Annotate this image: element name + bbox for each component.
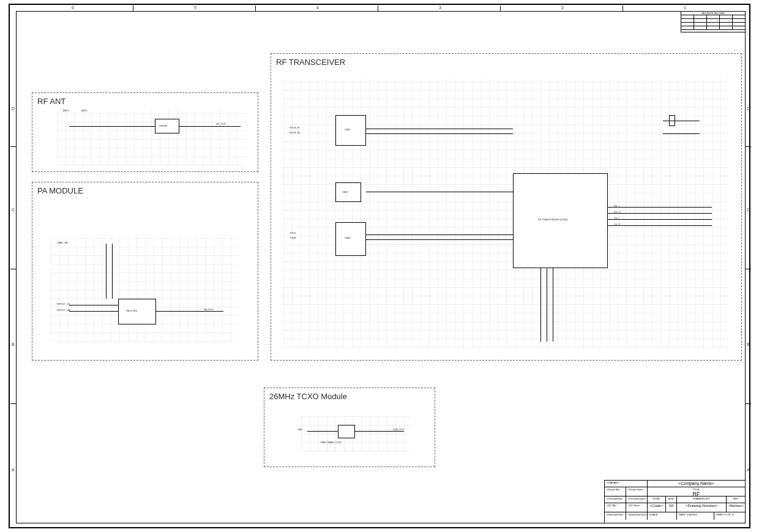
ic-sub3: U603 (335, 222, 366, 256)
zone-col: 4 (316, 6, 319, 10)
revision-record-table: REVISION RECORD (681, 12, 745, 32)
zone-col: 6 (72, 6, 74, 10)
zone-row: C (747, 208, 750, 212)
drawing-number: <Drawing Number> (677, 503, 727, 512)
zone-row: A (747, 468, 750, 472)
zone-row: A (12, 468, 15, 472)
zone-col: 1 (684, 6, 686, 10)
block-title: 26MHz TCXO Module (269, 392, 347, 401)
block-tcxo: 26MHz TCXO Module Y800 26MHz TCXO AFC 26… (264, 388, 435, 467)
ic-sub2: U602 (335, 182, 361, 202)
drawing-frame: REVISION RECORD 6 5 4 3 2 1 D C B A D C … (16, 11, 746, 523)
company-name: <Company Name> (648, 481, 745, 487)
zone-row: D (747, 107, 750, 111)
ic-pa: PA (U700) (118, 299, 156, 324)
page-title: RF (649, 491, 743, 496)
zone-col: 2 (561, 6, 564, 10)
block-title: RF TRANSCEIVER (276, 58, 345, 67)
zone-row: B (747, 342, 750, 347)
zone-row: B (12, 342, 15, 347)
ic-transceiver: RF TRANSCEIVER (U600) (513, 173, 608, 268)
sheet-size: A0 (666, 503, 677, 512)
block-rf-transceiver: RF TRANSCEIVER RF TRANSCEIVER (U600) U60… (271, 53, 742, 361)
zone-row: C (12, 208, 15, 212)
block-rf-ant: RF ANT SW500 ANT1 ANT2 RF_OUT (32, 92, 258, 172)
title-block: COMPANY: <Company Name> <Drawn By> <Draw… (604, 480, 745, 523)
ic-sub1: U601 (335, 115, 366, 146)
code: <Code> (648, 503, 666, 512)
zone-row: D (12, 107, 15, 111)
zone-col: 5 (194, 6, 196, 10)
zone-col: 3 (439, 6, 441, 10)
block-title: RF ANT (37, 97, 65, 106)
ant-switch: SW500 (155, 119, 179, 133)
block-title: PA MODULE (37, 186, 83, 195)
tcxo-osc: Y800 26MHz TCXO (338, 425, 355, 438)
block-pa-module: PA MODULE PA (U700) VBAT_PA RFOUT_LB RFO… (32, 182, 258, 361)
revision: <Revision> (727, 503, 745, 512)
